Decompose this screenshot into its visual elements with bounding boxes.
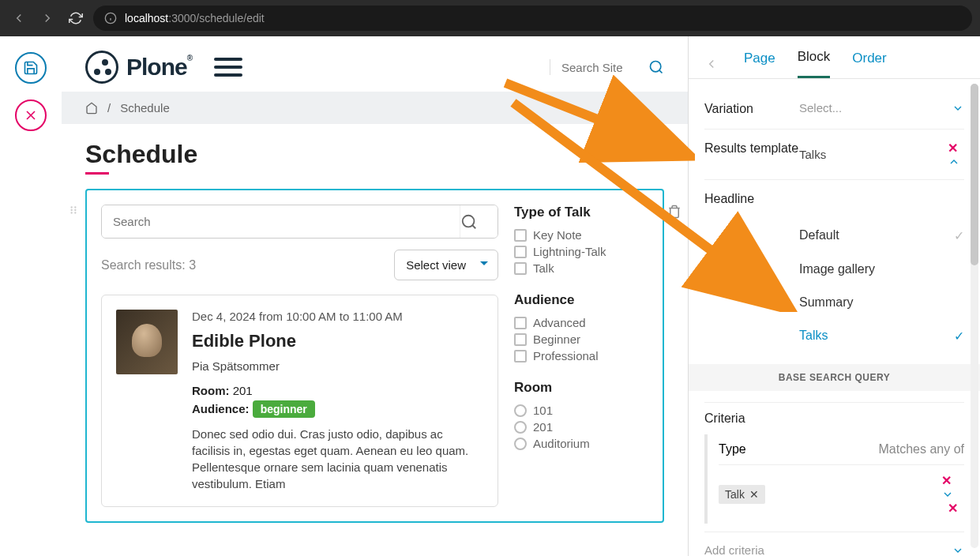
scrollbar[interactable] xyxy=(971,84,978,548)
svg-point-5 xyxy=(651,62,661,72)
chevron-down-icon[interactable] xyxy=(952,102,964,115)
facet-radio[interactable]: Auditorium xyxy=(514,437,648,450)
tag-remove-icon[interactable]: ✕ xyxy=(749,488,759,501)
facet-checkbox[interactable]: Beginner xyxy=(514,332,648,346)
criteria-label: Criteria xyxy=(704,411,799,427)
url-text: localhost:3000/schedule/edit xyxy=(125,12,265,24)
breadcrumb-current: Schedule xyxy=(120,101,170,115)
home-icon xyxy=(85,102,98,115)
block-search-button[interactable] xyxy=(460,205,498,238)
block-search-input[interactable] xyxy=(102,205,460,238)
svg-point-7 xyxy=(71,206,73,208)
logo-icon xyxy=(85,51,118,84)
svg-point-9 xyxy=(71,209,73,211)
result-date: Dec 4, 2024 from 10:00 AM to 11:00 AM xyxy=(192,310,483,323)
svg-point-8 xyxy=(74,206,76,208)
svg-point-11 xyxy=(71,212,73,213)
search-icon xyxy=(648,59,664,75)
variation-label: Variation xyxy=(704,101,799,118)
template-option-image-gallery[interactable]: Image gallery xyxy=(799,253,964,286)
tab-page[interactable]: Page xyxy=(744,51,775,77)
delete-block-button[interactable] xyxy=(667,205,681,219)
facet-checkbox[interactable]: Key Note xyxy=(514,228,648,242)
sidebar: Page Block Order Variation Select... Res… xyxy=(688,36,980,556)
criteria-match: Matches any of xyxy=(879,442,965,456)
result-card[interactable]: Dec 4, 2024 from 10:00 AM to 11:00 AM Ed… xyxy=(101,295,498,507)
breadcrumb-separator: / xyxy=(107,101,111,115)
facet-checkbox[interactable]: Professional xyxy=(514,349,648,363)
results-template-label: Results template xyxy=(704,141,799,157)
search-button[interactable] xyxy=(648,59,664,75)
breadcrumb: / Schedule xyxy=(62,92,688,124)
criteria-tag[interactable]: Talk✕ xyxy=(719,485,765,504)
variation-value[interactable]: Select... xyxy=(799,101,842,115)
trash-icon xyxy=(667,205,681,219)
query-section-header: BASE SEARCH QUERY xyxy=(689,364,980,391)
close-icon xyxy=(23,107,39,123)
facet-type-title: Type of Talk xyxy=(514,205,648,220)
result-description: Donec sed odio dui. Cras justo odio, dap… xyxy=(192,426,483,492)
tab-block[interactable]: Block xyxy=(798,49,831,78)
facet-checkbox[interactable]: Lightning-Talk xyxy=(514,245,648,258)
facet-room-title: Room xyxy=(514,380,648,396)
headline-label: Headline xyxy=(704,191,799,208)
clear-icon[interactable]: ✕ xyxy=(941,474,952,487)
svg-line-6 xyxy=(659,70,663,73)
chevron-down-icon[interactable] xyxy=(952,544,964,556)
results-count: Search results: 3 xyxy=(101,258,196,272)
remove-criteria-icon[interactable]: ✕ xyxy=(948,502,958,515)
facet-radio[interactable]: 201 xyxy=(514,420,648,434)
chevron-up-icon[interactable] xyxy=(948,156,964,168)
search-icon xyxy=(460,213,478,231)
back-button[interactable] xyxy=(8,7,30,29)
logo[interactable]: Plone® xyxy=(85,51,192,84)
browser-bar: localhost:3000/schedule/edit xyxy=(0,0,980,36)
save-icon xyxy=(23,60,39,76)
facet-radio[interactable]: 101 xyxy=(514,404,648,417)
clear-icon[interactable]: ✕ xyxy=(948,141,958,155)
logo-text: Plone® xyxy=(126,54,192,81)
svg-point-10 xyxy=(74,209,76,211)
search-block: Search results: 3 Select view Dec 4, 202… xyxy=(85,189,664,523)
menu-button[interactable] xyxy=(214,58,242,77)
result-title: Edible Plone xyxy=(192,331,483,351)
save-button[interactable] xyxy=(15,52,47,84)
facet-checkbox[interactable]: Advanced xyxy=(514,316,648,329)
check-icon: ✓ xyxy=(954,228,964,243)
criteria-type-label: Type xyxy=(719,442,746,456)
svg-point-12 xyxy=(74,212,76,213)
template-option-summary[interactable]: Summary xyxy=(799,286,964,319)
reload-button[interactable] xyxy=(65,7,87,29)
breadcrumb-home[interactable] xyxy=(85,102,98,115)
left-toolbar xyxy=(0,36,62,556)
cancel-button[interactable] xyxy=(15,100,47,131)
audience-badge: beginner xyxy=(253,400,315,418)
header: Plone® xyxy=(62,36,688,92)
sidebar-back-button[interactable] xyxy=(704,57,719,71)
facet-checkbox[interactable]: Talk xyxy=(514,261,648,275)
chevron-left-icon xyxy=(704,57,719,71)
drag-handle[interactable] xyxy=(68,205,79,216)
select-view-dropdown[interactable]: Select view xyxy=(394,250,498,280)
forward-button[interactable] xyxy=(36,7,58,29)
results-template-value[interactable]: Talks xyxy=(799,148,826,161)
svg-line-14 xyxy=(472,225,475,228)
result-author: Pia Spätsommer xyxy=(192,359,483,373)
add-criteria[interactable]: Add criteria xyxy=(704,543,764,556)
template-option-default[interactable]: Default✓ xyxy=(799,219,964,253)
facet-audience-title: Audience xyxy=(514,292,648,308)
url-bar[interactable]: localhost:3000/schedule/edit xyxy=(93,6,972,31)
template-dropdown: Default✓ Image gallery Summary Talks✓ xyxy=(799,219,964,353)
svg-point-13 xyxy=(463,215,475,227)
chevron-down-icon[interactable] xyxy=(941,488,964,501)
check-icon: ✓ xyxy=(954,329,964,344)
page-title: Schedule xyxy=(85,140,664,169)
template-option-talks[interactable]: Talks✓ xyxy=(799,319,964,353)
info-icon xyxy=(104,12,117,24)
result-thumbnail xyxy=(116,310,178,374)
site-search-input[interactable] xyxy=(561,61,640,74)
main-content: Plone® / Schedule Schedule xyxy=(62,36,688,556)
tab-order[interactable]: Order xyxy=(852,51,886,77)
